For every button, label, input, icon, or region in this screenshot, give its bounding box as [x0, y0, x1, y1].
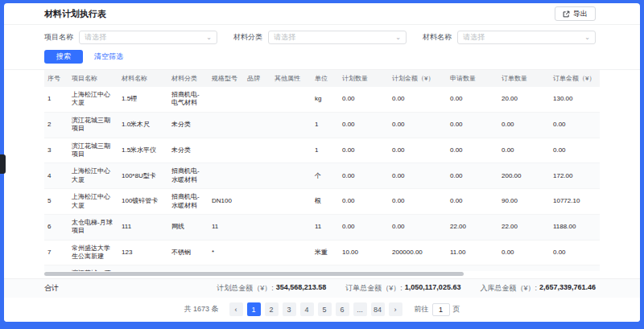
- table-cell: [271, 87, 312, 112]
- chevron-down-icon: ⌄: [395, 35, 401, 40]
- summary-label: 合计: [44, 283, 59, 294]
- filter-group-material: 材料名称 请选择 ⌄: [423, 31, 596, 44]
- table-cell: 0.00: [550, 240, 600, 265]
- table-cell: [244, 112, 271, 138]
- material-category-select[interactable]: 请选择 ⌄: [268, 31, 407, 44]
- table-cell: 5: [44, 189, 68, 215]
- table-cell: 0.00: [498, 265, 550, 271]
- table-cell: 200.00: [498, 163, 550, 189]
- table-cell: [271, 240, 312, 265]
- scrollbar-thumb[interactable]: [44, 272, 464, 276]
- export-icon: [563, 10, 570, 18]
- table-row[interactable]: 3滨江花城三期项目1.5米水平仪未分类10.000.000.000.000.00: [44, 138, 600, 163]
- page-button-4[interactable]: 4: [300, 302, 314, 316]
- page-button-5[interactable]: 5: [318, 302, 332, 316]
- main-panel: 材料计划执行表 导出 项目名称 请选择 ⌄ 材料分类 请选择: [4, 3, 640, 322]
- page-ellipsis[interactable]: ...: [353, 302, 367, 316]
- table-cell: 0.00: [389, 265, 447, 271]
- table-body: 1上海松江中心大厦1.5锂招商机电-电气材料kg0.000.000.0020.0…: [44, 87, 600, 271]
- table-cell: 4: [44, 163, 68, 189]
- goto-page-input[interactable]: [432, 303, 450, 316]
- data-table-container: 序号项目名称材料名称材料分类规格型号品牌其他属性单位计划数量计划金额（¥）申请数…: [4, 70, 640, 271]
- table-row[interactable]: 1上海松江中心大厦1.5锂招商机电-电气材料kg0.000.000.0020.0…: [44, 87, 600, 112]
- goto-page: 前往 页: [415, 303, 460, 316]
- table-cell: 22.00: [447, 214, 498, 240]
- column-header: 材料名称: [118, 70, 168, 87]
- export-button[interactable]: 导出: [555, 6, 596, 21]
- filter-label-project: 项目名称: [44, 32, 73, 43]
- table-cell: [208, 163, 244, 189]
- table-row[interactable]: 8滨江花城8#项目-分包12石膏板墙面辅材1200*244*0*12龙牌根0.0…: [44, 265, 600, 271]
- page-header: 材料计划执行表 导出: [4, 3, 640, 25]
- summary-row: 合计 计划总金额（¥）: 354,568,213.58 订单总金额（¥）: 1,…: [4, 278, 640, 298]
- material-name-select[interactable]: 请选择 ⌄: [457, 31, 596, 44]
- table-cell: 0.00: [447, 163, 498, 189]
- table-row[interactable]: 2滨江花城三期项目1.0米木尺未分类10.000.000.000.000.00: [44, 112, 600, 138]
- table-cell: 不锈钢: [168, 240, 208, 265]
- table-cell: 1: [312, 138, 339, 163]
- table-row[interactable]: 4上海松江中心大厦100*8U型卡招商机电-水暖材料个0.000.000.002…: [44, 163, 600, 189]
- filter-label-category: 材料分类: [233, 32, 262, 43]
- table-row[interactable]: 6太仓电梯-月球项目111网线11110.000.0022.0022.00118…: [44, 214, 600, 240]
- search-button[interactable]: 搜索: [44, 50, 83, 64]
- column-header: 订单金额（¥）: [550, 70, 600, 87]
- table-cell: [271, 214, 312, 240]
- page-button-2[interactable]: 2: [265, 302, 279, 316]
- drawer-handle[interactable]: [0, 154, 6, 174]
- table-cell: [271, 163, 312, 189]
- table-cell: 0.00: [498, 138, 550, 163]
- page-button-6[interactable]: 6: [336, 302, 349, 316]
- table-cell: 123: [118, 240, 168, 265]
- table-cell: 龙牌: [244, 265, 271, 271]
- column-header: 申请数量: [447, 70, 498, 87]
- column-header: 规格型号: [208, 70, 244, 87]
- clear-filters-button[interactable]: 清空筛选: [86, 51, 131, 62]
- table-cell: [244, 189, 271, 215]
- table-row[interactable]: 5上海松江中心大厦100镀锌管卡招商机电-水暖材料DN100根0.000.000…: [44, 189, 600, 215]
- table-cell: 滨江花城8#项目-分包: [68, 265, 118, 271]
- select-placeholder: 请选择: [274, 32, 295, 43]
- table-cell: 10.00: [339, 240, 389, 265]
- table-cell: 招商机电-电气材料: [168, 87, 208, 112]
- table-cell: [208, 138, 244, 163]
- table-cell: 0.00: [498, 240, 550, 265]
- table-cell: 0.00: [447, 112, 498, 138]
- page-button-3[interactable]: 3: [283, 302, 296, 316]
- table-cell: 90.00: [498, 189, 550, 215]
- table-cell: 20.00: [498, 87, 550, 112]
- table-cell: [208, 112, 244, 138]
- goto-prefix: 前往: [415, 304, 429, 315]
- filter-label-material: 材料名称: [423, 32, 452, 43]
- table-cell: [244, 138, 271, 163]
- table-cell: 根: [312, 265, 339, 271]
- select-placeholder: 请选择: [463, 32, 485, 43]
- prev-page-button[interactable]: ‹: [229, 302, 243, 316]
- table-cell: 111: [118, 214, 168, 240]
- table-cell: 滨江花城三期项目: [68, 138, 118, 163]
- goto-suffix: 页: [453, 304, 460, 315]
- page-button-84[interactable]: 84: [371, 302, 385, 316]
- table-cell: 招商机电-水暖材料: [168, 163, 208, 189]
- export-button-label: 导出: [573, 9, 588, 19]
- table-cell: 6: [44, 214, 68, 240]
- table-cell: [271, 138, 312, 163]
- table-row[interactable]: 7常州盛达大学生公寓新建123不锈钢*米重10.00200000.0011.00…: [44, 240, 600, 265]
- filter-fields: 项目名称 请选择 ⌄ 材料分类 请选择 ⌄ 材料名称 请选择 ⌄: [44, 31, 596, 44]
- table-header-row: 序号项目名称材料名称材料分类规格型号品牌其他属性单位计划数量计划金额（¥）申请数…: [44, 70, 600, 87]
- table-cell: 0.00: [550, 112, 600, 138]
- table-cell: 100镀锌管卡: [118, 189, 168, 215]
- table-cell: 滨江花城三期项目: [68, 112, 118, 138]
- table-cell: [271, 189, 312, 215]
- table-cell: *: [208, 240, 244, 265]
- table-cell: 3: [44, 138, 68, 163]
- project-name-select[interactable]: 请选择 ⌄: [79, 31, 217, 44]
- table-cell: 8: [44, 265, 68, 271]
- page-button-1[interactable]: 1: [247, 302, 261, 316]
- table-cell: 0.00: [339, 87, 389, 112]
- column-header: 项目名称: [68, 70, 118, 87]
- table-cell: 0.00: [339, 189, 389, 215]
- table-cell: 太仓电梯-月球项目: [68, 214, 118, 240]
- column-header: 其他属性: [271, 70, 312, 87]
- table-cell: 0.00: [389, 189, 447, 215]
- next-page-button[interactable]: ›: [389, 302, 402, 316]
